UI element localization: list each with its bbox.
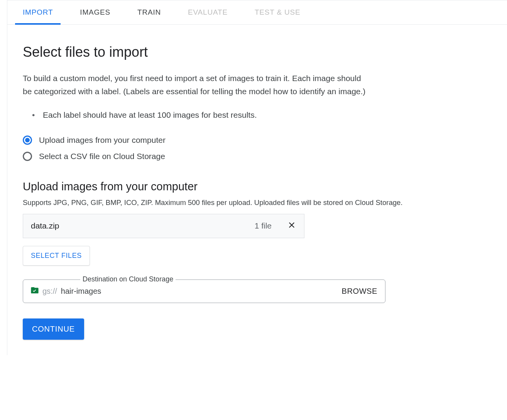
continue-button[interactable]: CONTINUE [23, 318, 84, 340]
browse-button[interactable]: BROWSE [342, 287, 378, 296]
file-name: data.zip [31, 221, 59, 230]
select-files-button[interactable]: SELECT FILES [23, 246, 90, 266]
radio-icon [23, 152, 32, 161]
page-description: To build a custom model, you first need … [23, 72, 370, 98]
upload-supports-text: Supports JPG, PNG, GIF, BMP, ICO, ZIP. M… [23, 198, 492, 207]
upload-section-title: Upload images from your computer [23, 180, 492, 193]
radio-csv-cloud-storage[interactable]: Select a CSV file on Cloud Storage [23, 152, 492, 161]
gs-prefix: gs:// [42, 287, 57, 296]
hint-item: Each label should have at least 100 imag… [35, 108, 492, 122]
radio-label: Upload images from your computer [39, 135, 166, 145]
tab-evaluate: EVALUATE [188, 0, 228, 24]
close-icon[interactable] [287, 220, 296, 232]
tab-import[interactable]: IMPORT [23, 0, 53, 24]
file-count: 1 file [255, 221, 272, 230]
tab-test-use: TEST & USE [255, 0, 301, 24]
page-title: Select files to import [23, 44, 492, 60]
radio-icon [23, 135, 32, 145]
selected-file-row: data.zip 1 file [23, 214, 304, 238]
radio-upload-computer[interactable]: Upload images from your computer [23, 135, 492, 145]
hint-list: Each label should have at least 100 imag… [35, 108, 492, 122]
import-source-radio-group: Upload images from your computer Select … [23, 135, 492, 161]
destination-legend: Destination on Cloud Storage [80, 275, 176, 283]
gs-bucket-value: hair-images [61, 287, 101, 296]
destination-field[interactable]: Destination on Cloud Storage gs:// hair-… [23, 279, 385, 303]
radio-label: Select a CSV file on Cloud Storage [39, 152, 165, 161]
folder-check-icon [31, 287, 39, 295]
tab-images[interactable]: IMAGES [80, 0, 110, 24]
tab-train[interactable]: TRAIN [137, 0, 161, 24]
tab-bar: IMPORT IMAGES TRAIN EVALUATE TEST & USE [7, 0, 507, 25]
